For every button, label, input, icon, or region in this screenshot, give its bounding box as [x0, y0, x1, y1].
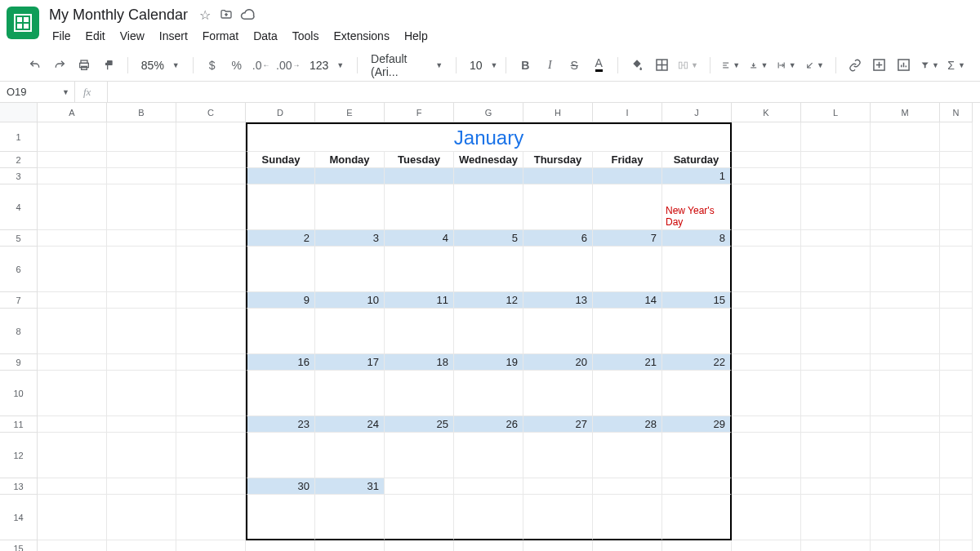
cell[interactable]: [593, 309, 662, 354]
row-header[interactable]: 5: [0, 230, 38, 247]
day-header[interactable]: Tuesday: [385, 152, 454, 168]
cell[interactable]: [732, 152, 801, 168]
cell[interactable]: [454, 184, 523, 230]
cell[interactable]: [662, 478, 732, 495]
menu-view[interactable]: View: [114, 26, 151, 46]
cell[interactable]: [107, 247, 176, 292]
cell[interactable]: [176, 230, 246, 247]
cell[interactable]: [801, 495, 871, 540]
cell[interactable]: [732, 292, 801, 309]
cell[interactable]: [454, 478, 523, 495]
document-title[interactable]: My Monthly Calendar: [46, 5, 191, 25]
column-header[interactable]: L: [801, 103, 871, 122]
cell[interactable]: [315, 309, 385, 354]
cell[interactable]: [176, 371, 246, 416]
day-header[interactable]: Thursday: [523, 152, 593, 168]
cell[interactable]: [246, 433, 315, 478]
cell[interactable]: [385, 540, 454, 551]
cell[interactable]: [315, 540, 385, 551]
cell[interactable]: [176, 122, 246, 152]
date-cell[interactable]: 28: [593, 416, 662, 433]
cell[interactable]: [176, 416, 246, 433]
date-cell[interactable]: 2: [246, 230, 315, 247]
cell[interactable]: [523, 168, 593, 184]
date-cell[interactable]: 3: [315, 230, 385, 247]
cell[interactable]: [801, 433, 871, 478]
cell[interactable]: [454, 540, 523, 551]
decrease-decimal-button[interactable]: .0←: [251, 55, 272, 76]
cell[interactable]: [176, 540, 246, 551]
date-cell[interactable]: 24: [315, 416, 385, 433]
cell[interactable]: [732, 309, 801, 354]
cell[interactable]: [732, 433, 801, 478]
cell[interactable]: [454, 168, 523, 184]
cell[interactable]: [107, 184, 176, 230]
date-cell[interactable]: 12: [454, 292, 523, 309]
date-cell[interactable]: 6: [523, 230, 593, 247]
text-color-button[interactable]: A: [588, 55, 609, 76]
cell[interactable]: [732, 354, 801, 371]
cell[interactable]: [593, 433, 662, 478]
row-header[interactable]: 4: [0, 184, 38, 230]
cell[interactable]: [871, 292, 940, 309]
cell[interactable]: [801, 354, 871, 371]
name-box[interactable]: O19 ▼: [0, 82, 75, 102]
column-header[interactable]: J: [662, 103, 732, 122]
font-size-select[interactable]: 10▼: [465, 55, 498, 76]
cell[interactable]: [107, 292, 176, 309]
column-header[interactable]: H: [523, 103, 593, 122]
horizontal-align-button[interactable]: ▼: [719, 55, 743, 76]
cell[interactable]: [871, 540, 940, 551]
cell[interactable]: [38, 184, 107, 230]
cell[interactable]: [662, 495, 732, 540]
row-header[interactable]: 3: [0, 168, 38, 184]
cell[interactable]: [662, 309, 732, 354]
cell[interactable]: [871, 122, 940, 152]
day-header[interactable]: Friday: [593, 152, 662, 168]
cell[interactable]: [246, 184, 315, 230]
date-cell[interactable]: 19: [454, 354, 523, 371]
date-cell[interactable]: 13: [523, 292, 593, 309]
row-header[interactable]: 14: [0, 495, 38, 540]
cell[interactable]: [871, 354, 940, 371]
cell[interactable]: [940, 433, 973, 478]
cell[interactable]: [940, 416, 973, 433]
cell[interactable]: [107, 478, 176, 495]
date-cell[interactable]: 11: [385, 292, 454, 309]
cell[interactable]: [38, 247, 107, 292]
cell[interactable]: [940, 184, 973, 230]
bold-button[interactable]: B: [514, 55, 536, 76]
cell[interactable]: [662, 540, 732, 551]
cloud-status-icon[interactable]: [240, 7, 255, 22]
cell[interactable]: [38, 122, 107, 152]
cell[interactable]: [732, 540, 801, 551]
cell[interactable]: [107, 540, 176, 551]
cell[interactable]: [385, 309, 454, 354]
cell[interactable]: [732, 122, 801, 152]
cell[interactable]: [801, 168, 871, 184]
cell[interactable]: [940, 292, 973, 309]
merge-cells-button[interactable]: ▼: [675, 55, 702, 76]
row-header[interactable]: 8: [0, 309, 38, 354]
cell[interactable]: [176, 478, 246, 495]
cell[interactable]: [385, 433, 454, 478]
cell[interactable]: [176, 495, 246, 540]
cell[interactable]: [315, 247, 385, 292]
cell[interactable]: [801, 416, 871, 433]
menu-format[interactable]: Format: [196, 26, 245, 46]
column-header[interactable]: K: [732, 103, 801, 122]
borders-button[interactable]: [651, 55, 672, 76]
filter-button[interactable]: ▼: [918, 55, 942, 76]
cell[interactable]: [940, 354, 973, 371]
cell[interactable]: [107, 122, 176, 152]
date-cell[interactable]: 7: [593, 230, 662, 247]
date-cell[interactable]: 5: [454, 230, 523, 247]
cell[interactable]: [107, 152, 176, 168]
cell[interactable]: [385, 184, 454, 230]
date-cell[interactable]: 15: [662, 292, 732, 309]
cell[interactable]: [593, 495, 662, 540]
date-cell[interactable]: 9: [246, 292, 315, 309]
font-select[interactable]: Default (Ari...▼: [366, 55, 448, 76]
cell[interactable]: [523, 184, 593, 230]
menu-extensions[interactable]: Extensions: [327, 26, 395, 46]
